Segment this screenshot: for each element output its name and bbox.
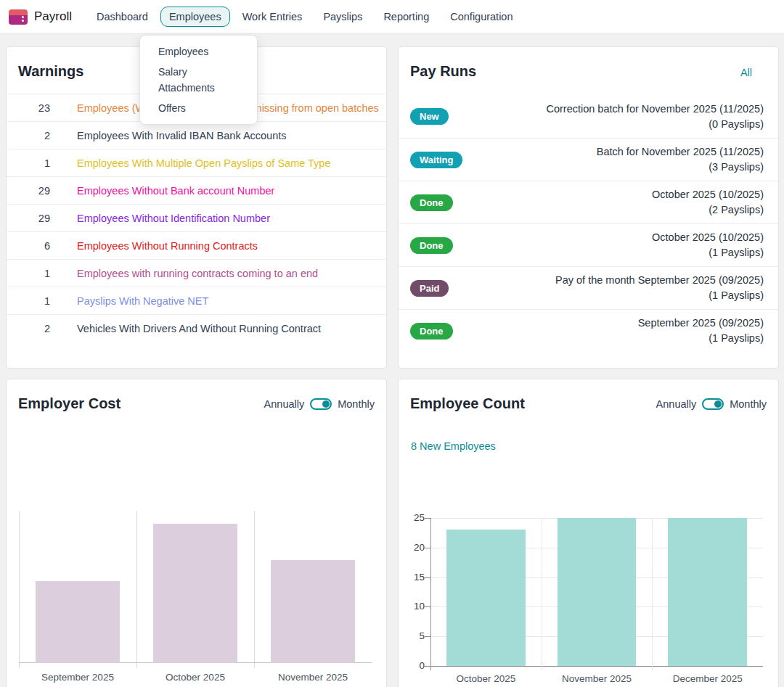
y-axis-tick-label: 0 — [401, 660, 425, 672]
y-axis-tick-label: 25 — [401, 512, 425, 524]
warning-link[interactable]: Employees Without Identification Number — [77, 213, 270, 224]
warning-count: 2 — [7, 323, 50, 334]
warning-count: 29 — [7, 185, 50, 197]
pay-run-name: Pay of the month September 2025 (09/2025… — [555, 274, 764, 286]
warning-link[interactable]: Employees With Multiple Open Payslips of… — [77, 157, 331, 169]
x-axis-tick-label: September 2025 — [19, 672, 136, 683]
warning-row: 2 Vehicles With Drivers And Without Runn… — [7, 314, 386, 342]
nav-item-label: Reporting — [383, 11, 429, 22]
app-name: Payroll — [34, 9, 72, 24]
pay-run-payslip-count: (3 Payslips) — [709, 161, 764, 173]
employee-count-chart: 0510152025 — [430, 518, 763, 666]
warning-row: 1 Employees with running contracts comin… — [7, 259, 386, 287]
nav-item[interactable]: Reporting — [375, 7, 438, 27]
nav-item-label: Configuration — [450, 11, 513, 22]
employee-count-panel: Employee Count Annually Monthly 8 New Em… — [398, 379, 779, 687]
warning-row: 29 Employees Without Bank account Number — [7, 176, 386, 204]
dropdown-menu-item[interactable]: Employees — [140, 41, 257, 62]
employer-cost-x-axis: September 2025October 2025November 2025 — [19, 672, 372, 683]
warning-count: 1 — [7, 268, 50, 279]
pay-run-description: September 2025 (09/2025) (1 Payslips) — [638, 316, 764, 346]
nav-item[interactable]: Configuration — [441, 7, 521, 27]
nav-item[interactable]: Employees — [160, 7, 230, 27]
employer-cost-panel: Employer Cost Annually Monthly September… — [6, 379, 387, 687]
x-axis-tick-label: December 2025 — [652, 673, 763, 685]
y-axis-tick-label: 15 — [401, 572, 425, 583]
employee-count-x-axis: October 2025November 2025December 2025 — [430, 673, 763, 685]
employer-cost-period-toggle[interactable] — [310, 398, 332, 410]
top-nav-bar: Payroll Dashboard Employees Work Entries… — [0, 0, 784, 34]
pay-run-row[interactable]: Done October 2025 (10/2025) (1 Payslips) — [399, 223, 778, 266]
employee-count-bar — [446, 530, 525, 666]
warning-count: 29 — [7, 213, 50, 224]
nav-item[interactable]: Payslips — [314, 7, 371, 27]
pay-run-name: October 2025 (10/2025) — [652, 231, 764, 243]
pay-run-description: Batch for November 2025 (11/2025) (3 Pay… — [597, 144, 764, 175]
employer-cost-period-toggle-group: Annually Monthly — [264, 398, 375, 410]
warning-link[interactable]: Employees Without Bank account Number — [77, 185, 274, 197]
pay-run-name: October 2025 (10/2025) — [652, 189, 764, 200]
monthly-label: Monthly — [338, 398, 375, 410]
dropdown-item-label: Offers — [158, 102, 186, 114]
dropdown-menu-item[interactable]: Salary Attachments — [140, 62, 257, 98]
warning-count: 1 — [7, 295, 50, 307]
employer-cost-bar — [36, 581, 121, 663]
warning-link[interactable]: Payslips With Negative NET — [77, 295, 208, 307]
nav-item[interactable]: Work Entries — [234, 7, 311, 27]
pay-runs-panel: Pay Runs All New Correction batch for No… — [398, 46, 779, 369]
y-axis-tick-label: 20 — [401, 542, 425, 554]
status-badge: Paid — [410, 280, 449, 297]
nav-item-label: Employees — [169, 11, 221, 22]
employer-cost-chart — [19, 511, 372, 663]
nav-item-label: Payslips — [323, 11, 362, 22]
status-badge: Done — [410, 194, 453, 211]
nav-item-label: Work Entries — [242, 11, 303, 22]
pay-runs-title: Pay Runs — [410, 63, 476, 79]
warning-row: 2 Employees With Invalid IBAN Bank Accou… — [7, 121, 386, 149]
pay-run-description: October 2025 (10/2025) (2 Payslips) — [652, 187, 764, 218]
employees-dropdown-menu: Employees Salary Attachments Offers — [139, 35, 258, 125]
payroll-app-icon[interactable] — [9, 9, 28, 25]
employee-count-header: Employee Count Annually Monthly — [399, 379, 778, 426]
pay-run-payslip-count: (0 Payslips) — [709, 118, 764, 130]
x-axis-tick-label: October 2025 — [136, 672, 254, 683]
dropdown-item-label: Employees — [158, 46, 208, 57]
pay-run-row[interactable]: Paid Pay of the month September 2025 (09… — [399, 266, 778, 309]
pay-runs-all-link[interactable]: All — [740, 67, 752, 78]
warning-link[interactable]: Employees With Invalid IBAN Bank Account… — [77, 130, 287, 141]
warning-row: 1 Employees With Multiple Open Payslips … — [7, 149, 386, 176]
employer-cost-header: Employer Cost Annually Monthly — [7, 379, 386, 426]
nav-item[interactable]: Dashboard — [88, 7, 157, 27]
employee-count-bar — [668, 518, 746, 666]
warning-link[interactable]: Employees with running contracts coming … — [77, 268, 318, 279]
employee-count-title: Employee Count — [410, 395, 525, 411]
annually-label: Annually — [656, 398, 697, 410]
warning-count: 23 — [7, 102, 50, 114]
monthly-label: Monthly — [730, 398, 767, 410]
pay-run-row[interactable]: Done October 2025 (10/2025) (2 Payslips) — [399, 181, 778, 223]
dropdown-item-label: Salary Attachments — [158, 66, 215, 94]
pay-run-row[interactable]: Done September 2025 (09/2025) (1 Payslip… — [399, 309, 778, 352]
x-axis-tick-label: October 2025 — [430, 673, 542, 685]
status-badge: New — [410, 108, 449, 125]
pay-run-payslip-count: (1 Payslips) — [709, 247, 764, 258]
warning-row: 1 Payslips With Negative NET — [7, 287, 386, 314]
dropdown-menu-item[interactable]: Offers — [140, 98, 257, 118]
pay-run-row[interactable]: Waiting Batch for November 2025 (11/2025… — [399, 138, 778, 181]
new-employees-link[interactable]: 8 New Employees — [411, 440, 496, 452]
pay-run-row[interactable]: New Correction batch for November 2025 (… — [399, 95, 778, 138]
pay-run-description: October 2025 (10/2025) (1 Payslips) — [652, 230, 764, 260]
warning-link[interactable]: Employees Without Running Contracts — [77, 240, 258, 252]
employer-cost-title: Employer Cost — [18, 395, 121, 411]
y-axis-tick-label: 10 — [401, 601, 425, 612]
pay-run-name: Correction batch for November 2025 (11/2… — [546, 103, 764, 115]
employee-count-period-toggle[interactable] — [702, 398, 724, 410]
pay-run-payslip-count: (2 Payslips) — [709, 204, 764, 215]
warning-count: 1 — [7, 157, 50, 169]
app-brand[interactable]: Payroll — [9, 9, 72, 25]
warnings-list: 23 Employees (With Running Contracts) mi… — [7, 94, 386, 342]
pay-run-name: Batch for November 2025 (11/2025) — [597, 146, 764, 157]
warning-link[interactable]: Vehicles With Drivers And Without Runnin… — [77, 323, 321, 334]
employer-cost-bar — [153, 524, 238, 663]
warning-row: 6 Employees Without Running Contracts — [7, 231, 386, 259]
